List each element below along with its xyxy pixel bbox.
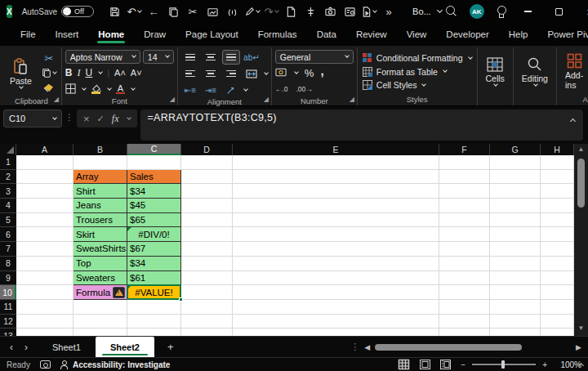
cell-D3[interactable] <box>181 184 233 199</box>
italic-button[interactable]: I <box>78 67 81 79</box>
undo-icon[interactable]: ↶ <box>125 2 143 20</box>
cancel-entry-icon[interactable]: × <box>83 113 90 125</box>
cell-C13[interactable] <box>127 329 181 336</box>
align-middle-button[interactable] <box>202 50 220 65</box>
fx-chevron-icon[interactable] <box>127 115 132 120</box>
cell-E11[interactable] <box>233 300 439 315</box>
align-center-button[interactable] <box>202 66 220 81</box>
autosave-toggle[interactable]: AutoSave Off <box>22 6 94 17</box>
column-header-A[interactable]: A <box>16 144 74 155</box>
cell-B2[interactable]: Array <box>74 170 127 185</box>
tab-draw[interactable]: Draw <box>135 25 175 44</box>
cell-D5[interactable] <box>181 213 233 228</box>
cell-A6[interactable] <box>16 227 74 242</box>
cell-F1[interactable] <box>439 155 490 170</box>
row-header-10[interactable]: 10 <box>0 285 16 300</box>
clipboard-dialog-launcher[interactable]: ◢ <box>54 96 59 103</box>
row-header-13[interactable]: 13 <box>0 329 16 336</box>
picture-icon[interactable] <box>203 2 221 20</box>
number-format-select[interactable]: General <box>275 50 354 64</box>
cell-A5[interactable] <box>16 213 74 228</box>
zoom-slider[interactable]: − + <box>461 360 547 369</box>
cell-H9[interactable] <box>541 271 574 286</box>
cell-A12[interactable] <box>16 315 74 329</box>
cell-D13[interactable] <box>181 329 233 336</box>
cell-B9[interactable]: Sweaters <box>74 271 127 286</box>
cell-E10[interactable] <box>233 285 439 300</box>
cell-B8[interactable]: Top <box>74 257 127 271</box>
cell-A4[interactable] <box>16 199 74 213</box>
fill-color-button[interactable] <box>91 84 101 94</box>
draw-touch-icon[interactable] <box>223 2 241 20</box>
horizontal-scroll-thumb[interactable] <box>375 344 522 351</box>
cell-B4[interactable]: Jeans <box>74 199 127 213</box>
cell-D9[interactable] <box>181 271 233 286</box>
scrollbar-handle-icon[interactable]: ⋮ <box>350 342 359 352</box>
decrease-decimal-button[interactable]: .00→ <box>296 85 312 93</box>
row-header-11[interactable]: 11 <box>0 300 16 315</box>
cell-A2[interactable] <box>16 170 74 185</box>
tab-power-pivot[interactable]: Power Pivot <box>538 25 588 44</box>
row-header-5[interactable]: 5 <box>0 213 16 228</box>
grow-font-button[interactable]: A˄ <box>114 68 126 78</box>
cell-H3[interactable] <box>541 184 574 199</box>
row-header-12[interactable]: 12 <box>0 315 16 329</box>
align-top-button[interactable] <box>181 50 199 65</box>
cell-A13[interactable] <box>16 329 74 336</box>
cell-E1[interactable] <box>233 155 439 170</box>
cut-button[interactable]: ✂ <box>40 51 58 65</box>
cell-A11[interactable] <box>16 300 74 315</box>
row-header-7[interactable]: 7 <box>0 242 16 257</box>
cell-B1[interactable] <box>74 155 127 170</box>
redo-icon[interactable]: ↷ <box>262 2 280 20</box>
close-button[interactable]: × <box>581 3 588 20</box>
back-icon[interactable]: ← <box>145 2 163 20</box>
font-name-select[interactable]: Aptos Narrow <box>65 50 140 64</box>
cell-A7[interactable] <box>16 242 74 257</box>
cell-C7[interactable]: $67 <box>127 242 181 257</box>
cell-F3[interactable] <box>439 184 490 199</box>
tab-page-layout[interactable]: Page Layout <box>176 25 247 44</box>
document-title[interactable]: Bo... <box>412 7 442 16</box>
comma-style-button[interactable]: , <box>320 64 323 78</box>
cell-G3[interactable] <box>490 184 541 199</box>
horizontal-scrollbar[interactable]: ⋮ ◀ ▶ <box>187 337 588 357</box>
cell-D7[interactable] <box>181 242 233 257</box>
cell-C9[interactable]: $61 <box>127 271 181 286</box>
number-dialog-launcher[interactable]: ◢ <box>350 96 354 103</box>
cell-C4[interactable]: $45 <box>127 199 181 213</box>
new-file-icon[interactable] <box>282 2 300 20</box>
column-header-F[interactable]: F <box>439 144 490 155</box>
font-dialog-launcher[interactable]: ◢ <box>170 96 175 103</box>
cell-E2[interactable] <box>233 170 439 185</box>
cell-H8[interactable] <box>541 257 574 271</box>
insert-function-icon[interactable]: fx <box>112 113 119 125</box>
row-header-9[interactable]: 9 <box>0 271 16 286</box>
cell-F8[interactable] <box>439 257 490 271</box>
zoom-handle[interactable] <box>501 360 505 369</box>
cell-D1[interactable] <box>181 155 233 170</box>
decrease-indent-button[interactable]: ⇤≡ <box>181 83 199 97</box>
format-as-table-button[interactable]: Format as Table <box>363 65 472 78</box>
cell-B5[interactable]: Trousers <box>74 213 127 228</box>
copy-icon[interactable] <box>164 2 182 20</box>
prev-sheet-icon[interactable]: ‹ <box>10 342 13 353</box>
copy-button[interactable] <box>40 65 58 80</box>
cell-F9[interactable] <box>439 271 490 286</box>
cell-G11[interactable] <box>490 300 541 315</box>
row-header-8[interactable]: 8 <box>0 257 16 271</box>
row-header-4[interactable]: 4 <box>0 199 16 213</box>
align-right-button[interactable] <box>222 66 240 81</box>
cell-E5[interactable] <box>233 213 439 228</box>
column-header-B[interactable]: B <box>74 144 127 155</box>
cell-B3[interactable]: Shirt <box>74 184 127 199</box>
collapse-formula-bar-icon[interactable] <box>570 118 576 124</box>
scroll-down-icon[interactable]: ▼ <box>578 324 585 334</box>
cell-F4[interactable] <box>439 199 490 213</box>
avatar[interactable]: AK <box>470 4 484 19</box>
row-header-1[interactable]: 1 <box>0 155 16 170</box>
cell-F11[interactable] <box>439 300 490 315</box>
cell-G8[interactable] <box>490 257 541 271</box>
cell-D11[interactable] <box>181 300 233 315</box>
cell-B13[interactable] <box>74 329 127 336</box>
